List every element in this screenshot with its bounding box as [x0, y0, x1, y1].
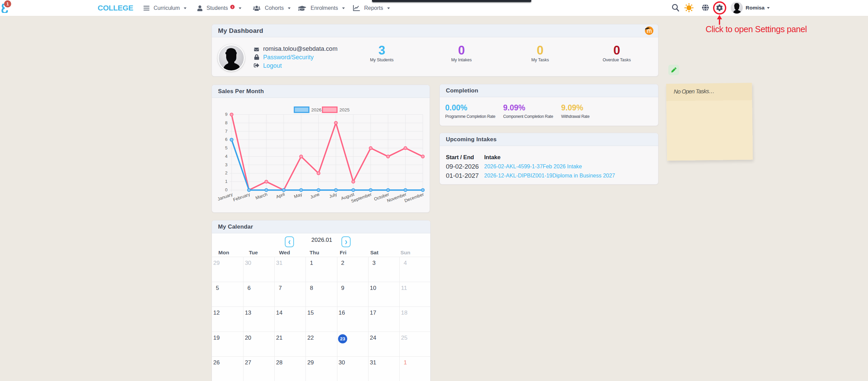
svg-text:2026: 2026 [311, 107, 321, 112]
svg-text:6: 6 [225, 137, 228, 142]
svg-text:3: 3 [225, 162, 228, 167]
svg-text:March: March [255, 192, 268, 200]
svg-text:2: 2 [225, 170, 228, 175]
svg-text:January: January [217, 192, 233, 202]
svg-text:February: February [232, 192, 251, 203]
svg-text:7: 7 [225, 129, 228, 134]
svg-text:9: 9 [225, 112, 228, 117]
svg-text:November: November [386, 191, 407, 203]
svg-text:2025: 2025 [339, 107, 350, 112]
svg-text:December: December [404, 191, 425, 203]
svg-text:0: 0 [225, 187, 228, 192]
svg-text:June: June [310, 192, 320, 200]
svg-text:May: May [293, 192, 303, 199]
svg-text:April: April [275, 192, 285, 199]
svg-text:July: July [329, 192, 338, 199]
svg-text:1: 1 [225, 179, 228, 184]
svg-text:8: 8 [225, 120, 228, 125]
svg-text:4: 4 [225, 154, 228, 159]
svg-text:5: 5 [225, 145, 228, 150]
